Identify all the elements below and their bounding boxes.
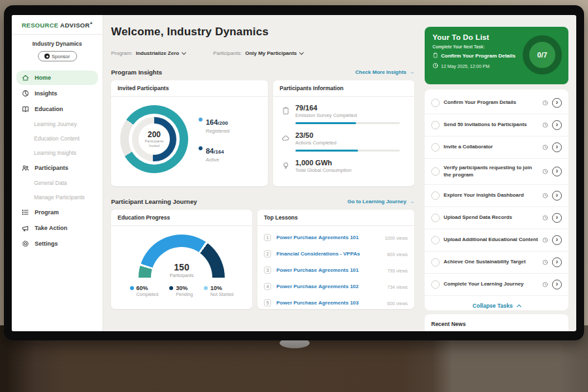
legend-item-completed: 60% Completed: [130, 285, 159, 297]
task-row[interactable]: Confirm Your Program Details ›: [425, 92, 568, 114]
card-title: Invited Participants: [111, 80, 268, 97]
sidebar-item-program[interactable]: Program: [16, 205, 98, 220]
lesson-link[interactable]: Power Purchase Agreements 101: [276, 235, 378, 240]
stat-label: Actions Completed: [295, 140, 406, 146]
lesson-row: 5 Power Purchase Agreements 103 600views: [264, 295, 408, 311]
lesson-rank: 4: [264, 283, 271, 290]
section-title: Program Insights: [111, 69, 162, 76]
sidebar-item-insights[interactable]: Insights: [16, 86, 98, 101]
task-open-button[interactable]: ›: [552, 191, 562, 201]
lesson-row: 3 Power Purchase Agreements 101 793views: [264, 262, 408, 278]
logo-plus: +: [90, 21, 92, 25]
task-row[interactable]: Complete Your Learning Journey ›: [425, 274, 568, 296]
task-checkbox[interactable]: [431, 280, 440, 289]
gauge: 150 Participants: [139, 235, 225, 278]
lesson-link[interactable]: Power Purchase Agreements 102: [276, 284, 381, 289]
task-row[interactable]: Upload Additional Educational Content ›: [425, 229, 568, 252]
sponsor-badge: Sponsor: [38, 51, 77, 61]
stat-emission-survey: 79/164 Emission Survey Completed: [281, 104, 406, 124]
task-checkbox[interactable]: [431, 258, 440, 267]
sponsor-icon: [44, 54, 50, 59]
participants-information-card: Participants Information 79/164 Emission…: [273, 80, 414, 186]
chevron-down-icon: [299, 50, 304, 54]
task-row[interactable]: Invite a Collaborator ›: [425, 137, 568, 159]
stat-value: 79/164: [295, 104, 406, 112]
learning-journey-header: Participant Learning Journey Go to Learn…: [111, 198, 414, 205]
task-checkbox[interactable]: [431, 191, 440, 200]
legend-value: 10%: [210, 285, 233, 291]
task-checkbox[interactable]: [431, 121, 440, 129]
task-label: Upload Additional Educational Content: [444, 237, 538, 244]
sidebar-item-learning-journey[interactable]: Learning Journey: [16, 118, 98, 131]
task-checkbox[interactable]: [431, 214, 440, 222]
task-open-button[interactable]: ›: [552, 257, 562, 267]
legend-value: 164: [206, 118, 218, 126]
progress-bar: [295, 122, 400, 124]
task-open-button[interactable]: ›: [552, 280, 562, 289]
lesson-link[interactable]: Financial Considerations - VPPAs: [276, 251, 381, 257]
main-content: Welcome, Industry Dynamics Program: Indu…: [103, 15, 425, 331]
card-title: Participants Information: [273, 80, 414, 97]
legend-item-registered: 164/200 Registered: [199, 116, 229, 134]
task-row[interactable]: Explore Your Insights Dashboard ›: [425, 185, 568, 207]
lesson-views-label: views: [396, 301, 408, 306]
clock-icon: [542, 100, 548, 106]
task-row[interactable]: Achieve One Sustainability Target ›: [425, 252, 568, 274]
task-open-button[interactable]: ›: [552, 213, 562, 223]
task-row[interactable]: Upload Spend Data Records ›: [425, 207, 568, 229]
sidebar-item-take-action[interactable]: Take Action: [16, 221, 98, 235]
task-checkbox[interactable]: [431, 143, 440, 152]
legend-dot: [204, 286, 208, 290]
sponsor-badge-label: Sponsor: [52, 54, 70, 59]
card-title: Education Progress: [111, 210, 252, 226]
clock-icon: [433, 63, 438, 69]
gauge-center-value: 150: [139, 262, 225, 272]
sidebar-item-home[interactable]: Home: [16, 71, 98, 85]
task-open-button[interactable]: ›: [552, 98, 562, 108]
program-select[interactable]: Program: Industrialize Zero: [111, 50, 186, 56]
collapse-tasks-link[interactable]: Collapse Tasks: [425, 296, 568, 309]
lessons-list: 1 Power Purchase Agreements 101 1000view…: [257, 226, 414, 314]
clock-icon: [542, 282, 548, 287]
task-checkbox[interactable]: [431, 167, 440, 176]
sidebar-item-manage-participants[interactable]: Manage Participants: [16, 191, 98, 204]
task-checkbox[interactable]: [431, 236, 440, 244]
task-open-button[interactable]: ›: [552, 120, 562, 130]
survey-clipboard-icon: [282, 106, 290, 118]
collapse-tasks-label: Collapse Tasks: [472, 302, 512, 309]
legend-dot: [169, 286, 173, 290]
sidebar-item-education-content[interactable]: Education Content: [16, 132, 98, 145]
lesson-views: 803: [387, 252, 395, 257]
card-title: Top Lessons: [257, 210, 414, 226]
stats-list: 79/164 Emission Survey Completed 23/50 A…: [273, 97, 414, 173]
sidebar-item-education[interactable]: Education: [16, 102, 98, 116]
task-checkbox[interactable]: [431, 99, 440, 107]
actions-cloud-icon: [282, 133, 290, 145]
lesson-link[interactable]: Power Purchase Agreements 103: [276, 300, 381, 306]
legend-label: Completed: [137, 292, 159, 297]
sidebar-item-learning-insights[interactable]: Learning Insights: [16, 146, 98, 159]
legend-value: 60%: [137, 285, 159, 291]
sidebar-item-label: Take Action: [35, 225, 67, 231]
task-row[interactable]: Send 50 Invitations to Participants ›: [425, 114, 568, 137]
task-label: Complete Your Learning Journey: [444, 281, 538, 288]
task-open-button[interactable]: ›: [552, 167, 562, 176]
gear-icon: [22, 240, 29, 248]
task-row[interactable]: Verify participants requesting to join t…: [425, 159, 568, 185]
legend-label: Registered: [206, 128, 229, 134]
sidebar-item-general-data[interactable]: General Data: [16, 176, 98, 189]
legend-label: Pending: [176, 292, 193, 297]
sidebar-item-label: Manage Participants: [34, 194, 85, 201]
go-to-learning-journey-link[interactable]: Go to Learning Journey →: [348, 199, 414, 204]
check-more-insights-link[interactable]: Check More Insights →: [355, 69, 414, 75]
sidebar-item-participants[interactable]: Participants: [16, 161, 98, 175]
education-progress-card: Education Progress 150 Participants: [111, 210, 252, 309]
clock-icon: [542, 259, 548, 265]
task-open-button[interactable]: ›: [552, 142, 562, 152]
sidebar-item-settings[interactable]: Settings: [16, 237, 98, 251]
lesson-link[interactable]: Power Purchase Agreements 101: [276, 267, 381, 273]
participants-select[interactable]: Participants: Only My Participants: [213, 50, 303, 56]
lesson-views: 734: [387, 285, 395, 289]
home-icon: [22, 74, 29, 82]
task-open-button[interactable]: ›: [552, 235, 562, 245]
